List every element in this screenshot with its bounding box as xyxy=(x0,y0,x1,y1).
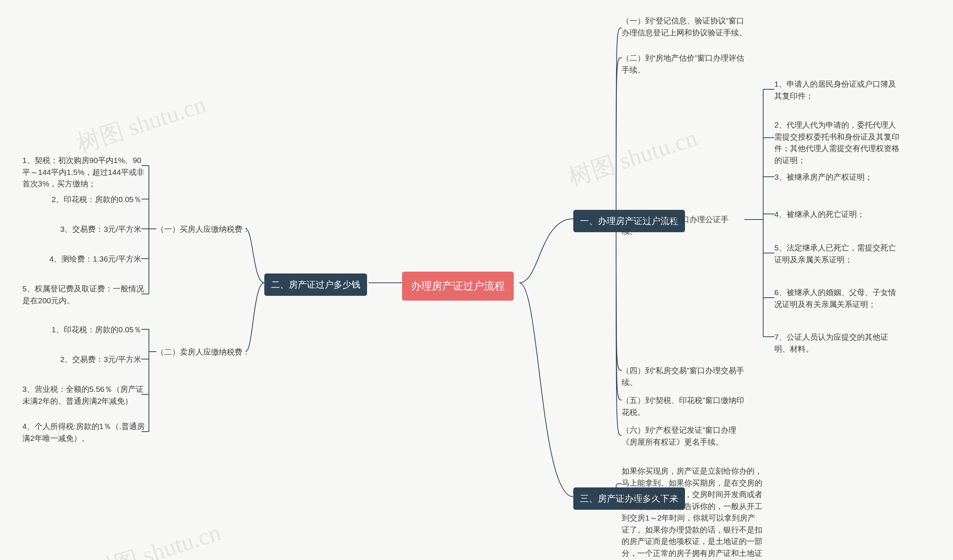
b2-seller-1: 1、印花税：房款的0.05％ xyxy=(22,324,141,336)
b1-item-4: （四）到“私房交易”窗口办理交易手续。 xyxy=(622,365,748,388)
b1-item-3: （三）到“公证”窗口办理公证手续。 xyxy=(622,214,741,237)
b2-seller-title: （二）卖房人应缴纳税费： xyxy=(156,346,250,358)
b1-item-1: （一）到“登记信息、验证协议”窗口办理信息登记上网和协议验证手续。 xyxy=(622,15,748,38)
b2-buyer-4: 4、测绘费：1.36元/平方米 xyxy=(22,253,141,265)
b1-item-5: （五）到“契税、印花税”窗口缴纳印花税。 xyxy=(622,394,748,418)
root-node: 办理房产证过户流程 xyxy=(402,271,514,301)
branch-2: 二、房产证过户多少钱 xyxy=(264,273,367,296)
b2-buyer-2: 2、印花税：房款的0.05％ xyxy=(22,194,141,205)
b1-sub3-3: 3、被继承房产的产权证明； xyxy=(775,171,872,183)
b1-sub3-7: 7、公证人员认为应提交的其他证明、材料。 xyxy=(775,331,901,355)
b1-sub3-1: 1、申请人的居民身份证或户口簿及其复印件； xyxy=(775,78,901,102)
b2-buyer-1: 1、契税：初次购房90平内1%、90平～144平内1.5%，超过144平或非首次… xyxy=(22,154,149,190)
b2-seller-2: 2、交易费：3元/平方米 xyxy=(22,354,141,365)
watermark: 树图 shutu.cn xyxy=(564,122,701,194)
b2-seller-3: 3、营业税：全额的5.56％（房产证未满2年的、普通房满2年减免） xyxy=(22,383,149,407)
watermark: 树图 shutu.cn xyxy=(87,516,225,560)
b2-buyer-5: 5、权属登记费及取证费：一般情况是在200元内。 xyxy=(22,283,149,306)
b1-item-6: （六）到“产权登记发证”窗口办理《房屋所有权证》更名手续。 xyxy=(622,424,748,448)
b2-seller-4: 4、个人所得税:房款的1％（.普通房满2年唯一减免）。 xyxy=(22,420,149,444)
b1-sub3-5: 5、法定继承人已死亡，需提交死亡证明及亲属关系证明； xyxy=(775,242,901,265)
b1-sub3-2: 2、代理人代为申请的，委托代理人需提交授权委托书和身份证及其复印件；其他代理人需… xyxy=(775,119,901,166)
b2-buyer-title: （一）买房人应缴纳税费： xyxy=(156,223,250,235)
b1-sub3-4: 4、被继承人的死亡证明； xyxy=(775,208,865,220)
b2-buyer-3: 3、交易费：3元/平方米 xyxy=(22,223,141,235)
b3-text: 如果你买现房，房产证是立刻给你办的，马上能拿到。如果你买期房，是在交房的时候拿到… xyxy=(622,465,763,560)
b1-sub3-6: 6、被继承人的婚姻、父母、子女情况证明及有关亲属关系证明； xyxy=(775,287,901,310)
b1-item-2: （二）到“房地产估价”窗口办理评估手续。 xyxy=(622,52,748,76)
watermark: 树图 shutu.cn xyxy=(73,88,210,160)
